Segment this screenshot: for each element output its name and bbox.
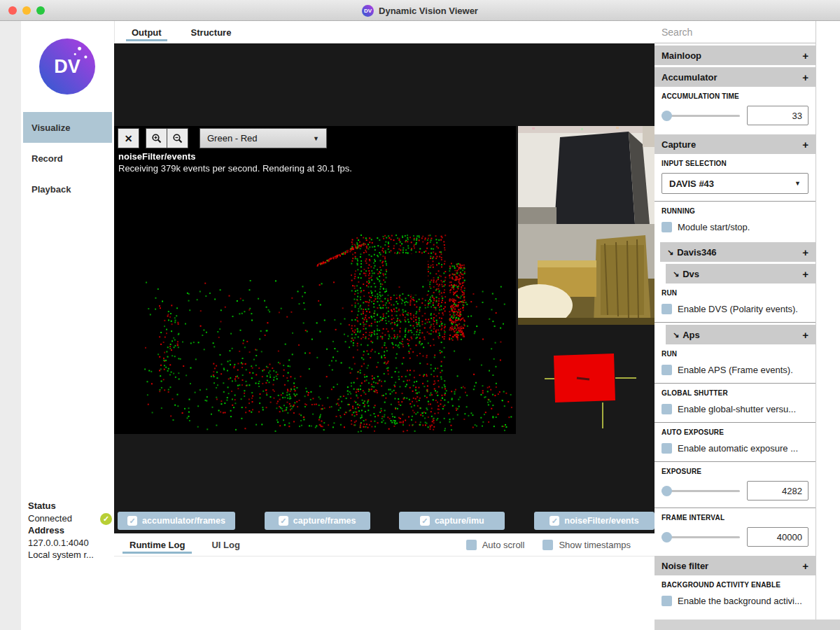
accumulation-time-slider[interactable] — [662, 115, 740, 117]
exposure-setting: EXPOSURE — [654, 462, 816, 507]
collapse-arrow-icon: ↘ — [673, 330, 679, 340]
slider-knob[interactable] — [662, 111, 672, 121]
zoom-in-button[interactable] — [146, 128, 167, 148]
tab-ui-log[interactable]: UI Log — [200, 533, 251, 556]
stream-button-label: accumulator/frames — [142, 516, 225, 526]
frame-interval-slider[interactable] — [662, 536, 740, 538]
stream-stats: Receiving 379k events per second. Render… — [118, 163, 352, 174]
stream-button-label: capture/imu — [435, 516, 484, 526]
setting-label: AUTO EXPOSURE — [662, 428, 808, 436]
sidebar-nav: Visualize Record Playback — [23, 112, 112, 204]
background-activity-checkbox[interactable] — [662, 596, 672, 606]
auto-exposure-checkbox[interactable] — [662, 443, 672, 454]
window-title: Dynamic Vision Viewer — [379, 6, 478, 16]
checkbox-label: Enable DVS (Polarity events). — [678, 304, 798, 314]
checkbox-label: Enable automatic exposure ... — [678, 443, 798, 454]
setting-label: INPUT SELECTION — [662, 160, 808, 167]
stream-button-accumulator-frames[interactable]: ✓ accumulator/frames — [118, 512, 235, 530]
section-aps[interactable]: ↘ Aps + — [666, 325, 816, 344]
aps-run-checkbox[interactable] — [662, 365, 672, 375]
address-value: 127.0.0.1:4040 — [28, 537, 112, 550]
checkbox-checked-icon: ✓ — [279, 516, 288, 526]
stream-button-label: capture/frames — [293, 516, 356, 526]
stream-button-label: noiseFilter/events — [564, 516, 638, 526]
sidebar-item-record[interactable]: Record — [23, 143, 112, 174]
checkbox-checked-icon: ✓ — [550, 516, 559, 526]
stream-button-capture-imu[interactable]: ✓ capture/imu — [399, 512, 505, 530]
colormap-dropdown[interactable]: Green - Red ▼ — [200, 128, 327, 148]
tab-structure[interactable]: Structure — [178, 21, 244, 43]
search-input[interactable] — [654, 21, 816, 43]
stream-button-noisefilter-events[interactable]: ✓ noiseFilter/events — [534, 512, 654, 530]
dvs-run-setting: RUN Enable DVS (Polarity events). — [654, 284, 816, 322]
section-noise-filter[interactable]: Noise filter + — [654, 556, 816, 575]
status-label: Status — [28, 500, 112, 512]
expand-icon[interactable]: + — [802, 246, 808, 258]
accumulator-frame-preview — [518, 224, 654, 325]
show-timestamps-label: Show timestamps — [559, 540, 631, 550]
log-content — [114, 556, 654, 630]
setting-label: ACCUMULATION TIME — [662, 92, 808, 100]
section-title: Noise filter — [662, 561, 708, 571]
input-selection-setting: INPUT SELECTION DAVIS #43 ▼ — [654, 154, 816, 201]
divider — [654, 322, 816, 323]
section-mainloop[interactable]: Mainloop + — [654, 46, 816, 65]
section-title: Mainloop — [662, 50, 701, 61]
background-activity-setting: BACKGROUND ACTIVITY ENABLE Enable the ba… — [654, 575, 816, 614]
setting-label: GLOBAL SHUTTER — [662, 389, 808, 397]
zoom-out-button[interactable] — [167, 128, 188, 148]
accumulation-time-input[interactable] — [747, 106, 808, 125]
section-dvs[interactable]: ↘ Dvs + — [666, 264, 816, 284]
expand-icon[interactable]: + — [802, 329, 808, 341]
expand-icon[interactable]: + — [802, 71, 808, 83]
slider-knob[interactable] — [662, 486, 672, 496]
dropdown-value: DAVIS #43 — [669, 178, 714, 189]
exposure-slider[interactable] — [662, 490, 740, 492]
collapse-arrow-icon: ↘ — [667, 248, 673, 257]
zoom-out-icon — [172, 133, 183, 144]
config-panel: Mainloop + Accumulator + ACCUMULATION TI… — [654, 21, 816, 620]
expand-icon[interactable]: + — [802, 560, 808, 572]
input-selection-dropdown[interactable]: DAVIS #43 ▼ — [662, 173, 808, 194]
stream-button-capture-frames[interactable]: ✓ capture/frames — [265, 512, 370, 530]
tab-runtime-log[interactable]: Runtime Log — [118, 533, 196, 556]
auto-scroll-checkbox[interactable] — [466, 540, 477, 550]
left-gutter — [0, 21, 21, 630]
aps-frame-preview — [518, 126, 654, 224]
expand-icon[interactable]: + — [802, 268, 808, 280]
exposure-input[interactable] — [747, 481, 808, 500]
running-checkbox[interactable] — [662, 222, 672, 232]
accumulation-time-setting: ACCUMULATION TIME — [654, 87, 816, 132]
colormap-value: Green - Red — [207, 133, 258, 144]
expand-icon[interactable]: + — [802, 139, 808, 150]
scrollbar-track[interactable] — [816, 21, 840, 620]
expand-icon[interactable]: + — [802, 50, 808, 62]
section-capture[interactable]: Capture + — [654, 134, 816, 154]
checkbox-checked-icon: ✓ — [127, 516, 137, 526]
stream-title: noiseFilter/events — [118, 151, 196, 162]
sidebar-item-visualize[interactable]: Visualize — [23, 112, 112, 143]
checkbox-label: Module start/stop. — [678, 222, 750, 232]
setting-label: RUNNING — [662, 207, 808, 215]
section-title: Capture — [662, 139, 696, 150]
connection-status: Status Connected Address 127.0.0.1:4040 … — [28, 500, 112, 561]
collapse-arrow-icon: ↘ — [673, 270, 679, 279]
section-davis346[interactable]: ↘ Davis346 + — [660, 242, 816, 262]
close-view-button[interactable]: ✕ — [118, 128, 139, 148]
slider-knob[interactable] — [662, 532, 672, 542]
section-accumulator[interactable]: Accumulator + — [654, 67, 816, 87]
dv-logo: DV — [39, 38, 95, 94]
running-setting: RUNNING Module start/stop. — [654, 202, 816, 240]
auto-scroll-label: Auto scroll — [482, 540, 525, 550]
frame-interval-input[interactable] — [747, 527, 808, 547]
section-title: Dvs — [682, 269, 699, 279]
global-shutter-checkbox[interactable] — [662, 404, 672, 414]
titlebar: DV Dynamic Vision Viewer — [0, 0, 840, 21]
show-timestamps-checkbox[interactable] — [542, 540, 553, 550]
dvs-run-checkbox[interactable] — [662, 304, 672, 314]
setting-label: RUN — [662, 289, 808, 297]
sidebar-item-playback[interactable]: Playback — [23, 174, 112, 204]
imu-visualization — [545, 351, 643, 432]
zoom-buttons — [146, 128, 188, 148]
tab-output[interactable]: Output — [119, 21, 174, 43]
